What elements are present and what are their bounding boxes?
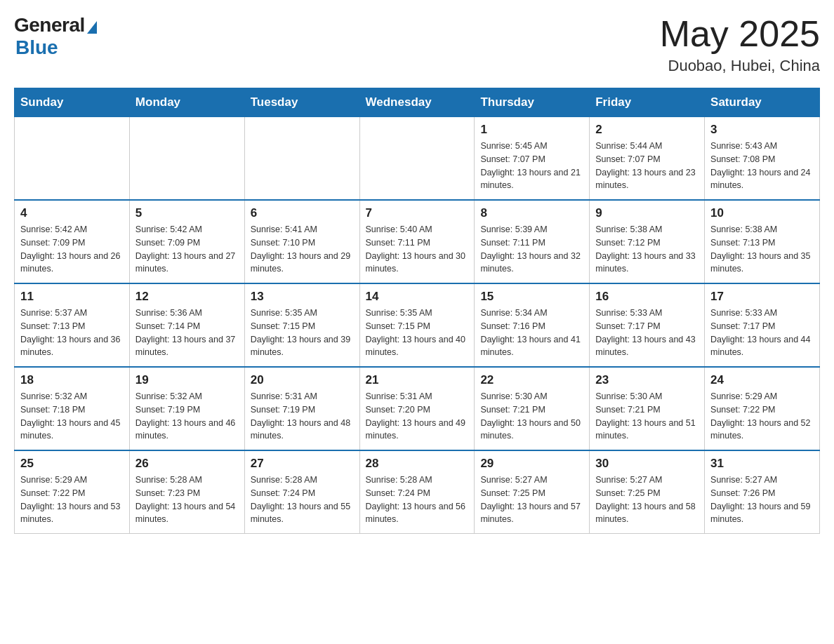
day-number: 13 <box>251 290 354 304</box>
calendar-cell: 11Sunrise: 5:37 AM Sunset: 7:13 PM Dayli… <box>15 283 130 367</box>
day-info: Sunrise: 5:42 AM Sunset: 7:09 PM Dayligh… <box>20 223 124 276</box>
calendar-week-row: 25Sunrise: 5:29 AM Sunset: 7:22 PM Dayli… <box>15 450 820 534</box>
column-header-thursday: Thursday <box>475 88 590 117</box>
day-info: Sunrise: 5:33 AM Sunset: 7:17 PM Dayligh… <box>710 307 814 359</box>
column-header-saturday: Saturday <box>705 88 820 117</box>
calendar-header-row: SundayMondayTuesdayWednesdayThursdayFrid… <box>15 88 820 117</box>
calendar-cell <box>359 117 475 201</box>
column-header-wednesday: Wednesday <box>359 88 475 117</box>
calendar-cell: 29Sunrise: 5:27 AM Sunset: 7:25 PM Dayli… <box>475 450 590 534</box>
month-year-title: May 2025 <box>660 14 820 54</box>
day-info: Sunrise: 5:29 AM Sunset: 7:22 PM Dayligh… <box>710 390 814 443</box>
day-number: 22 <box>480 373 583 387</box>
day-number: 7 <box>366 206 469 220</box>
calendar-week-row: 11Sunrise: 5:37 AM Sunset: 7:13 PM Dayli… <box>15 283 820 367</box>
day-number: 29 <box>480 457 583 471</box>
day-info: Sunrise: 5:34 AM Sunset: 7:16 PM Dayligh… <box>480 307 583 359</box>
calendar-cell: 7Sunrise: 5:40 AM Sunset: 7:11 PM Daylig… <box>359 200 475 283</box>
day-number: 25 <box>20 457 124 471</box>
day-number: 1 <box>480 123 583 137</box>
day-info: Sunrise: 5:42 AM Sunset: 7:09 PM Dayligh… <box>135 223 239 276</box>
calendar-cell <box>129 117 244 201</box>
calendar-cell: 12Sunrise: 5:36 AM Sunset: 7:14 PM Dayli… <box>129 283 244 367</box>
day-info: Sunrise: 5:28 AM Sunset: 7:24 PM Dayligh… <box>251 474 354 526</box>
calendar-cell: 30Sunrise: 5:27 AM Sunset: 7:25 PM Dayli… <box>590 450 705 534</box>
calendar-cell: 9Sunrise: 5:38 AM Sunset: 7:12 PM Daylig… <box>590 200 705 283</box>
calendar-cell: 13Sunrise: 5:35 AM Sunset: 7:15 PM Dayli… <box>244 283 359 367</box>
calendar-cell: 15Sunrise: 5:34 AM Sunset: 7:16 PM Dayli… <box>475 283 590 367</box>
day-number: 12 <box>135 290 239 304</box>
day-number: 20 <box>251 373 354 387</box>
day-info: Sunrise: 5:32 AM Sunset: 7:18 PM Dayligh… <box>20 390 124 443</box>
day-number: 24 <box>710 373 814 387</box>
location-subtitle: Duobao, Hubei, China <box>660 57 820 75</box>
calendar-cell: 22Sunrise: 5:30 AM Sunset: 7:21 PM Dayli… <box>475 367 590 450</box>
day-info: Sunrise: 5:40 AM Sunset: 7:11 PM Dayligh… <box>366 223 469 276</box>
day-info: Sunrise: 5:35 AM Sunset: 7:15 PM Dayligh… <box>366 307 469 359</box>
day-number: 10 <box>710 206 814 220</box>
day-number: 14 <box>366 290 469 304</box>
day-info: Sunrise: 5:30 AM Sunset: 7:21 PM Dayligh… <box>480 390 583 443</box>
calendar-week-row: 18Sunrise: 5:32 AM Sunset: 7:18 PM Dayli… <box>15 367 820 450</box>
day-number: 4 <box>20 206 124 220</box>
day-info: Sunrise: 5:29 AM Sunset: 7:22 PM Dayligh… <box>20 474 124 526</box>
calendar-cell: 3Sunrise: 5:43 AM Sunset: 7:08 PM Daylig… <box>705 117 820 201</box>
calendar-cell: 6Sunrise: 5:41 AM Sunset: 7:10 PM Daylig… <box>244 200 359 283</box>
column-header-monday: Monday <box>129 88 244 117</box>
day-number: 5 <box>135 206 239 220</box>
calendar-cell: 23Sunrise: 5:30 AM Sunset: 7:21 PM Dayli… <box>590 367 705 450</box>
calendar-cell: 17Sunrise: 5:33 AM Sunset: 7:17 PM Dayli… <box>705 283 820 367</box>
calendar-cell: 16Sunrise: 5:33 AM Sunset: 7:17 PM Dayli… <box>590 283 705 367</box>
day-info: Sunrise: 5:28 AM Sunset: 7:23 PM Dayligh… <box>135 474 239 526</box>
day-info: Sunrise: 5:28 AM Sunset: 7:24 PM Dayligh… <box>366 474 469 526</box>
calendar-cell: 27Sunrise: 5:28 AM Sunset: 7:24 PM Dayli… <box>244 450 359 534</box>
day-info: Sunrise: 5:30 AM Sunset: 7:21 PM Dayligh… <box>595 390 699 443</box>
calendar-cell: 1Sunrise: 5:45 AM Sunset: 7:07 PM Daylig… <box>475 117 590 201</box>
logo-blue-text: Blue <box>15 36 58 59</box>
day-info: Sunrise: 5:27 AM Sunset: 7:25 PM Dayligh… <box>595 474 699 526</box>
day-info: Sunrise: 5:44 AM Sunset: 7:07 PM Dayligh… <box>595 140 699 192</box>
calendar-cell: 19Sunrise: 5:32 AM Sunset: 7:19 PM Dayli… <box>129 367 244 450</box>
calendar-cell <box>15 117 130 201</box>
calendar-week-row: 4Sunrise: 5:42 AM Sunset: 7:09 PM Daylig… <box>15 200 820 283</box>
title-section: May 2025 Duobao, Hubei, China <box>660 14 820 75</box>
day-number: 16 <box>595 290 699 304</box>
calendar-cell: 4Sunrise: 5:42 AM Sunset: 7:09 PM Daylig… <box>15 200 130 283</box>
day-number: 3 <box>710 123 814 137</box>
page-header: General Blue May 2025 Duobao, Hubei, Chi… <box>14 14 820 75</box>
day-number: 30 <box>595 457 699 471</box>
calendar-cell: 25Sunrise: 5:29 AM Sunset: 7:22 PM Dayli… <box>15 450 130 534</box>
calendar-cell: 18Sunrise: 5:32 AM Sunset: 7:18 PM Dayli… <box>15 367 130 450</box>
day-number: 26 <box>135 457 239 471</box>
day-number: 21 <box>366 373 469 387</box>
day-info: Sunrise: 5:31 AM Sunset: 7:19 PM Dayligh… <box>251 390 354 443</box>
day-number: 2 <box>595 123 699 137</box>
day-info: Sunrise: 5:38 AM Sunset: 7:13 PM Dayligh… <box>710 223 814 276</box>
day-number: 18 <box>20 373 124 387</box>
day-number: 23 <box>595 373 699 387</box>
day-info: Sunrise: 5:45 AM Sunset: 7:07 PM Dayligh… <box>480 140 583 192</box>
day-info: Sunrise: 5:33 AM Sunset: 7:17 PM Dayligh… <box>595 307 699 359</box>
day-info: Sunrise: 5:39 AM Sunset: 7:11 PM Dayligh… <box>480 223 583 276</box>
day-info: Sunrise: 5:35 AM Sunset: 7:15 PM Dayligh… <box>251 307 354 359</box>
calendar-cell: 14Sunrise: 5:35 AM Sunset: 7:15 PM Dayli… <box>359 283 475 367</box>
day-number: 19 <box>135 373 239 387</box>
day-info: Sunrise: 5:41 AM Sunset: 7:10 PM Dayligh… <box>251 223 354 276</box>
logo-triangle-icon <box>87 21 97 34</box>
column-header-tuesday: Tuesday <box>244 88 359 117</box>
calendar-cell: 31Sunrise: 5:27 AM Sunset: 7:26 PM Dayli… <box>705 450 820 534</box>
calendar-cell: 21Sunrise: 5:31 AM Sunset: 7:20 PM Dayli… <box>359 367 475 450</box>
day-info: Sunrise: 5:43 AM Sunset: 7:08 PM Dayligh… <box>710 140 814 192</box>
calendar-table: SundayMondayTuesdayWednesdayThursdayFrid… <box>14 88 820 534</box>
column-header-friday: Friday <box>590 88 705 117</box>
calendar-cell: 8Sunrise: 5:39 AM Sunset: 7:11 PM Daylig… <box>475 200 590 283</box>
calendar-week-row: 1Sunrise: 5:45 AM Sunset: 7:07 PM Daylig… <box>15 117 820 201</box>
calendar-cell: 10Sunrise: 5:38 AM Sunset: 7:13 PM Dayli… <box>705 200 820 283</box>
day-info: Sunrise: 5:27 AM Sunset: 7:25 PM Dayligh… <box>480 474 583 526</box>
day-info: Sunrise: 5:36 AM Sunset: 7:14 PM Dayligh… <box>135 307 239 359</box>
calendar-cell: 5Sunrise: 5:42 AM Sunset: 7:09 PM Daylig… <box>129 200 244 283</box>
logo: General Blue <box>14 14 97 59</box>
day-number: 28 <box>366 457 469 471</box>
day-info: Sunrise: 5:31 AM Sunset: 7:20 PM Dayligh… <box>366 390 469 443</box>
day-info: Sunrise: 5:38 AM Sunset: 7:12 PM Dayligh… <box>595 223 699 276</box>
